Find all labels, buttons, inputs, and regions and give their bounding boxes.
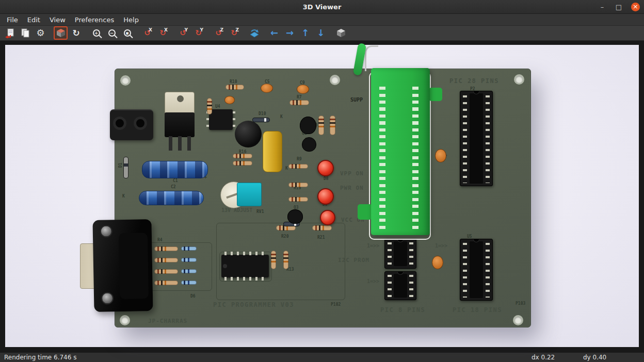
silk-label: PIC PROGRAMMER V03 — [213, 301, 294, 308]
resistor — [288, 164, 308, 169]
move-left-button[interactable]: ← — [267, 26, 281, 40]
socket-p2-28pin — [460, 91, 493, 186]
move-right-button[interactable]: → — [283, 26, 297, 40]
silk-label: P103 — [516, 301, 525, 306]
voltage-regulator-body — [165, 112, 195, 137]
capacitor-round — [235, 121, 262, 147]
capacitor-c1 — [142, 161, 208, 178]
zif-tab — [429, 88, 442, 101]
trimmer-rv1 — [237, 183, 262, 206]
socket-pins — [388, 275, 392, 298]
copy-image-icon — [20, 28, 30, 38]
rotate-z-cw-button[interactable]: ↻ Z — [227, 26, 241, 40]
zoom-out-icon: − — [108, 29, 116, 37]
diode — [181, 258, 197, 262]
menu-file[interactable]: File — [2, 14, 23, 25]
resistor — [154, 258, 178, 262]
socket-cavity — [394, 241, 407, 266]
rotate-z-ccw-button[interactable]: ↺ Z — [212, 26, 226, 40]
export-image-button[interactable] — [3, 26, 17, 40]
silk-label: 13V ADJUST — [221, 207, 252, 213]
silk-label: JP-CHARRAS — [148, 318, 187, 324]
resistor — [330, 116, 335, 135]
silk-label: U5 — [467, 234, 472, 239]
capacitor-yellow — [263, 131, 282, 172]
display-options-button[interactable]: ⚙ — [34, 26, 47, 40]
db9-screw — [100, 225, 112, 237]
resistor — [226, 85, 244, 90]
menubar: File Edit View Preferences Help — [0, 14, 644, 26]
resistor — [154, 246, 178, 251]
move-up-icon: ↑ — [301, 28, 309, 38]
silk-label: U4 — [215, 104, 220, 109]
silk-label: R4 — [157, 238, 163, 242]
resistor — [271, 251, 276, 269]
ortho-cube-icon — [336, 28, 346, 38]
move-left-icon: ← — [270, 28, 278, 38]
silk-label: K — [122, 194, 125, 199]
resistor — [207, 98, 212, 114]
flip-board-button[interactable] — [247, 26, 261, 40]
raytracing-toggle-button[interactable] — [54, 26, 68, 40]
status-dx: dx 0.22 — [532, 354, 583, 361]
led — [320, 210, 335, 225]
resistor — [233, 154, 252, 158]
ortho-projection-button[interactable] — [334, 26, 348, 40]
socket-pins — [486, 95, 490, 183]
regulator-hole — [177, 95, 184, 102]
zif-holes — [379, 87, 385, 229]
viewer-frame: R10 C5 C9 R7 U4 D10 K R18 Q2 D1 D1 K R16… — [0, 41, 644, 352]
zoom-out-button[interactable]: − — [105, 26, 119, 40]
export-image-icon — [5, 28, 15, 38]
menu-edit[interactable]: Edit — [23, 14, 45, 25]
rotate-y-ccw-button[interactable]: ↺ Y — [176, 26, 190, 40]
close-button[interactable]: × — [631, 3, 640, 11]
mounting-hole — [514, 74, 524, 85]
silk-label: K — [280, 114, 283, 119]
viewport-3d[interactable]: R10 C5 C9 R7 U4 D10 K R18 Q2 D1 D1 K R16… — [5, 45, 639, 347]
copy-image-button[interactable] — [18, 26, 32, 40]
ic-u4 — [209, 109, 233, 130]
db9-screw — [101, 292, 114, 304]
menu-view[interactable]: View — [45, 14, 70, 25]
pcb-board: R10 C5 C9 R7 U4 D10 K R18 Q2 D1 D1 K R16… — [115, 69, 531, 327]
silk-label: VPP ON — [340, 170, 364, 177]
move-down-button[interactable]: ↓ — [314, 26, 328, 40]
capacitor — [224, 96, 235, 104]
zoom-in-icon: + — [93, 29, 100, 37]
flip-board-icon — [249, 28, 260, 38]
led-d9 — [317, 188, 334, 205]
minimize-button[interactable]: – — [598, 3, 606, 11]
resistor — [318, 116, 324, 135]
zoom-in-button[interactable]: + — [89, 26, 103, 40]
regulator-lead — [169, 136, 172, 151]
menu-preferences[interactable]: Preferences — [70, 14, 119, 25]
rotate-x-cw-button[interactable]: ↻ X — [156, 26, 170, 40]
rendering-time: Rendering time 6.746 s — [4, 354, 76, 361]
capacitor-c5 — [261, 84, 273, 93]
socket-cavity — [470, 241, 483, 298]
diode — [181, 246, 197, 251]
silk-label: R20 — [281, 234, 288, 239]
socket-pins — [463, 95, 467, 183]
menu-help[interactable]: Help — [119, 14, 143, 25]
silk-label: D1 — [118, 163, 123, 168]
socket-8pin — [384, 271, 416, 300]
reload-board-button[interactable]: ↻ — [69, 26, 83, 40]
titlebar: 3D Viewer – □ × — [0, 0, 644, 14]
mounting-hole — [330, 75, 340, 85]
rotate-y-cw-button[interactable]: ↻ Y — [191, 26, 205, 40]
maximize-button[interactable]: □ — [615, 3, 623, 11]
socket-pins — [463, 243, 467, 298]
zoom-fit-button[interactable]: ▪ — [120, 26, 134, 40]
move-up-button[interactable]: ↑ — [298, 26, 312, 40]
zif-tab — [358, 204, 372, 220]
regulator-lead — [178, 136, 182, 151]
rotate-x-ccw-button[interactable]: ↺ X — [140, 26, 154, 40]
silk-label: SUPP — [350, 97, 363, 103]
socket-8pin — [384, 239, 416, 269]
diode — [181, 281, 197, 285]
mounting-hole — [120, 315, 130, 325]
silk-label: PWR ON — [340, 185, 364, 191]
resistor — [233, 161, 252, 166]
